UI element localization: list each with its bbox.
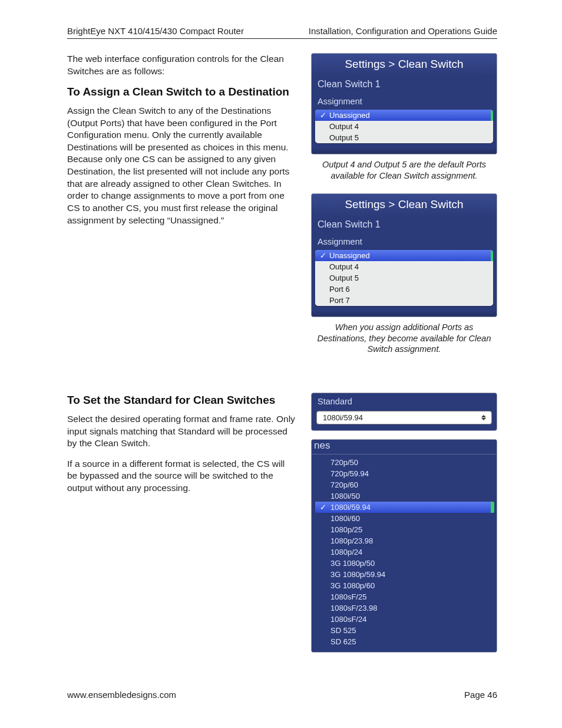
check-icon: ✓ [320, 251, 329, 260]
option-label: Unassigned [329, 111, 370, 120]
option-label: 1080i/59.94 [330, 503, 371, 512]
panel-b-group: Assignment [312, 235, 497, 250]
option-label: Output 5 [329, 133, 359, 142]
standard-option[interactable]: 1080p/25 [315, 524, 493, 535]
option-label: Output 4 [329, 262, 359, 271]
standard-value: 1080i/59.94 [323, 413, 363, 422]
footer-url: www.ensembledesigns.com [67, 690, 176, 700]
panel-a-dropdown[interactable]: ✓ Unassigned Output 4 Output 5 [315, 110, 493, 143]
panel-a-title: Settings > Clean Switch [312, 54, 497, 77]
standard-option[interactable]: 1080sF/25 [315, 591, 493, 602]
panel-b-dropdown[interactable]: ✓ Unassigned Output 4 Output 5 Port 6 [315, 250, 493, 306]
standard-option[interactable]: 1080p/23.98 [315, 535, 493, 546]
check-icon: ✓ [320, 503, 330, 512]
dropdown-option[interactable]: Output 4 [315, 261, 493, 272]
option-label: 1080sF/23.98 [330, 604, 378, 612]
standard-option[interactable]: 1080i/60 [315, 513, 493, 524]
option-label: SD 625 [330, 637, 356, 646]
dropdown-option[interactable]: Output 5 [315, 132, 493, 143]
standard-option[interactable]: 1080sF/24 [315, 614, 493, 625]
standard-option[interactable]: 720p/59.94 [315, 468, 493, 479]
option-label: Output 4 [329, 122, 359, 131]
option-label: Output 5 [329, 274, 359, 282]
standard-option[interactable]: SD 525 [315, 625, 493, 636]
standard-select[interactable]: 1080i/59.94 [316, 411, 492, 424]
standard-select-panel: Standard 1080i/59.94 [311, 393, 497, 431]
option-label: SD 525 [330, 626, 356, 635]
standard-list-head: nes [312, 440, 497, 454]
dropdown-option[interactable]: Output 4 [315, 121, 493, 132]
dropdown-option[interactable]: ✓ Unassigned [315, 110, 493, 121]
dropdown-option[interactable]: Port 6 [315, 284, 493, 295]
select-stepper-icon [480, 414, 488, 422]
option-label: 1080p/23.98 [330, 536, 373, 545]
check-icon: ✓ [320, 111, 329, 120]
option-label: 3G 1080p/60 [330, 581, 375, 590]
option-label: Unassigned [329, 251, 370, 260]
option-label: 720p/59.94 [330, 469, 369, 478]
option-label: 1080p/24 [330, 548, 362, 556]
panel-a-subtitle: Clean Switch 1 [312, 77, 497, 94]
standard-body-1: Select the desired operating format and … [67, 413, 296, 450]
standard-option[interactable]: 1080p/24 [315, 546, 493, 558]
option-label: 1080sF/25 [330, 592, 366, 601]
running-header: BrightEye NXT 410/415/430 Compact Router… [67, 26, 497, 39]
clean-switch-panel-b: Settings > Clean Switch Clean Switch 1 A… [311, 193, 497, 317]
option-label: 1080i/60 [330, 514, 360, 523]
standard-label: Standard [312, 393, 497, 411]
option-label: Port 6 [329, 285, 350, 294]
header-left: BrightEye NXT 410/415/430 Compact Router [67, 26, 244, 36]
panel-a-group: Assignment [312, 94, 497, 110]
option-label: 3G 1080p/50 [330, 559, 375, 568]
panel-a-caption: Output 4 and Output 5 are the default Po… [313, 159, 495, 182]
option-label: 1080sF/24 [330, 615, 366, 624]
option-label: 3G 1080p/59.94 [330, 570, 385, 579]
standard-option[interactable]: 720p/50 [315, 457, 493, 468]
heading-assign: To Assign a Clean Switch to a Destinatio… [67, 85, 296, 99]
dropdown-option[interactable]: Port 7 [315, 295, 493, 306]
option-label: 720p/60 [330, 480, 358, 489]
standard-option[interactable]: 1080sF/23.98 [315, 602, 493, 614]
clean-switch-panel-a: Settings > Clean Switch Clean Switch 1 A… [311, 53, 497, 154]
standard-option[interactable]: 3G 1080p/59.94 [315, 569, 493, 580]
standard-option[interactable]: 1080i/50 [315, 490, 493, 502]
standard-option[interactable]: 3G 1080p/50 [315, 558, 493, 569]
panel-b-caption: When you assign additional Ports as Dest… [313, 322, 495, 355]
panel-b-subtitle: Clean Switch 1 [312, 217, 497, 235]
page-footer: www.ensembledesigns.com Page 46 [67, 690, 497, 700]
panel-b-title: Settings > Clean Switch [312, 194, 497, 217]
standard-body-2: If a source in a different format is sel… [67, 458, 296, 495]
option-label: 1080p/25 [330, 525, 362, 534]
standard-list[interactable]: 720p/50720p/59.94720p/601080i/50✓1080i/5… [312, 454, 497, 652]
standard-list-panel: nes 720p/50720p/59.94720p/601080i/50✓108… [311, 439, 497, 653]
header-right: Installation, Configuration and Operatio… [309, 26, 497, 36]
option-label: 720p/50 [330, 458, 358, 467]
standard-option[interactable]: 720p/60 [315, 479, 493, 490]
intro-paragraph: The web interface configuration controls… [67, 53, 296, 77]
standard-option[interactable]: ✓1080i/59.94 [315, 502, 493, 513]
dropdown-option[interactable]: ✓ Unassigned [315, 250, 493, 261]
option-label: 1080i/50 [330, 492, 360, 500]
option-label: Port 7 [329, 296, 350, 305]
standard-option[interactable]: 3G 1080p/60 [315, 580, 493, 591]
footer-page: Page 46 [464, 690, 497, 700]
standard-option[interactable]: SD 625 [315, 636, 493, 647]
heading-standard: To Set the Standard for Clean Switches [67, 394, 296, 407]
dropdown-option[interactable]: Output 5 [315, 272, 493, 284]
assign-body: Assign the Clean Switch to any of the De… [67, 105, 296, 226]
